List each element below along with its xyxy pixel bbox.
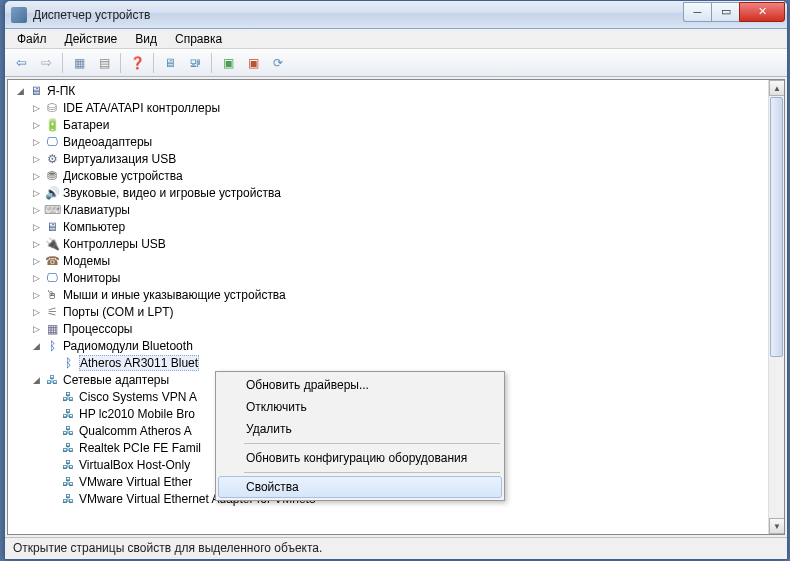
expand-icon[interactable]: ▷ — [30, 119, 42, 131]
help-button[interactable]: ❓ — [125, 51, 149, 75]
separator — [62, 53, 63, 73]
expand-icon[interactable]: ▷ — [30, 204, 42, 216]
tree-category[interactable]: ▷🖵Мониторы — [8, 269, 768, 286]
expand-icon[interactable]: ▷ — [30, 289, 42, 301]
expand-icon[interactable]: ▷ — [30, 323, 42, 335]
network-adapter-icon: 🖧 — [60, 423, 76, 439]
usb-icon: 🔌 — [44, 236, 60, 252]
scroll-down-button[interactable]: ▼ — [769, 518, 785, 534]
ctx-rescan[interactable]: Обновить конфигурацию оборудования — [218, 447, 502, 469]
status-text: Открытие страницы свойств для выделенног… — [13, 541, 322, 555]
sound-icon: 🔊 — [44, 185, 60, 201]
help-icon: ❓ — [130, 56, 145, 70]
ctx-delete[interactable]: Удалить — [218, 418, 502, 440]
expand-icon[interactable]: ▷ — [30, 221, 42, 233]
menu-help[interactable]: Справка — [167, 30, 230, 48]
window-title: Диспетчер устройств — [33, 8, 683, 22]
arrow-left-icon: ⇦ — [16, 55, 27, 70]
maximize-button[interactable]: ▭ — [711, 2, 739, 22]
menu-file[interactable]: Файл — [9, 30, 55, 48]
selected-device-label: Atheros AR3011 Bluet — [79, 355, 199, 371]
scan-hardware-button[interactable]: ⟳ — [266, 51, 290, 75]
properties-button[interactable]: ▤ — [92, 51, 116, 75]
expand-icon[interactable]: ▷ — [30, 153, 42, 165]
expand-icon[interactable]: ▷ — [30, 187, 42, 199]
usb-virt-icon: ⚙ — [44, 151, 60, 167]
separator — [211, 53, 212, 73]
modem-icon: ☎ — [44, 253, 60, 269]
root-label: Я-ПК — [47, 84, 75, 98]
toolbar: ⇦ ⇨ ▦ ▤ ❓ 🖥 🖳 ▣ ▣ ⟳ — [5, 49, 787, 77]
nav-forward-button[interactable]: ⇨ — [34, 51, 58, 75]
page-icon: ▤ — [99, 56, 110, 70]
separator — [244, 472, 500, 473]
keyboard-icon: ⌨ — [44, 202, 60, 218]
bluetooth-icon: ᛒ — [60, 355, 76, 371]
expand-icon[interactable]: ▷ — [30, 102, 42, 114]
device-disable-icon: ▣ — [248, 56, 259, 70]
action-button-3[interactable]: ▣ — [216, 51, 240, 75]
port-icon: ⚟ — [44, 304, 60, 320]
expand-icon[interactable]: ▷ — [30, 238, 42, 250]
bluetooth-icon: ᛒ — [44, 338, 60, 354]
expand-icon[interactable]: ▷ — [30, 255, 42, 267]
menubar: Файл Действие Вид Справка — [5, 29, 787, 49]
tree-category[interactable]: ▷🖱Мыши и иные указывающие устройства — [8, 286, 768, 303]
close-button[interactable]: ✕ — [739, 2, 785, 22]
tree-category[interactable]: ▷⚟Порты (COM и LPT) — [8, 303, 768, 320]
arrow-right-icon: ⇨ — [41, 55, 52, 70]
expand-icon[interactable]: ▷ — [30, 170, 42, 182]
scan-icon: ⟳ — [273, 56, 283, 70]
tree-category[interactable]: ▷🔌Контроллеры USB — [8, 235, 768, 252]
tree-root[interactable]: ◢ 🖥 Я-ПК — [8, 82, 768, 99]
network-adapter-icon: 🖧 — [60, 406, 76, 422]
scroll-thumb[interactable] — [770, 97, 783, 357]
ctx-properties[interactable]: Свойства — [218, 476, 502, 498]
ctx-update-drivers[interactable]: Обновить драйверы... — [218, 374, 502, 396]
tree-category[interactable]: ▷☎Модемы — [8, 252, 768, 269]
collapse-icon[interactable]: ◢ — [30, 374, 42, 386]
collapse-icon[interactable]: ◢ — [14, 85, 26, 97]
tree-category[interactable]: ▷⛁IDE ATA/ATAPI контроллеры — [8, 99, 768, 116]
display-adapter-icon: 🖵 — [44, 134, 60, 150]
network-adapter-icon: 🖧 — [60, 457, 76, 473]
tree-category[interactable]: ▷⌨Клавиатуры — [8, 201, 768, 218]
vertical-scrollbar[interactable]: ▲ ▼ — [768, 80, 784, 534]
action-button-1[interactable]: 🖥 — [158, 51, 182, 75]
computer-icon: 🖥 — [28, 83, 44, 99]
ctx-disable[interactable]: Отключить — [218, 396, 502, 418]
show-hide-tree-button[interactable]: ▦ — [67, 51, 91, 75]
network-adapter-icon: 🖧 — [60, 440, 76, 456]
minimize-button[interactable]: ─ — [683, 2, 711, 22]
titlebar[interactable]: Диспетчер устройств ─ ▭ ✕ — [5, 1, 787, 29]
statusbar: Открытие страницы свойств для выделенног… — [5, 537, 787, 559]
action-button-4[interactable]: ▣ — [241, 51, 265, 75]
nav-back-button[interactable]: ⇦ — [9, 51, 33, 75]
disk-icon: ⛃ — [44, 168, 60, 184]
tree-category[interactable]: ▷🔋Батареи — [8, 116, 768, 133]
tree-category-bluetooth[interactable]: ◢ᛒРадиомодули Bluetooth — [8, 337, 768, 354]
tree-category[interactable]: ▷🖵Видеоадаптеры — [8, 133, 768, 150]
menu-view[interactable]: Вид — [127, 30, 165, 48]
collapse-icon[interactable]: ◢ — [30, 340, 42, 352]
tree-device-selected[interactable]: ᛒAtheros AR3011 Bluet — [8, 354, 768, 371]
menu-action[interactable]: Действие — [57, 30, 126, 48]
tree-category[interactable]: ▷🔊Звуковые, видео и игровые устройства — [8, 184, 768, 201]
separator — [244, 443, 500, 444]
expand-icon[interactable]: ▷ — [30, 136, 42, 148]
expand-icon[interactable]: ▷ — [30, 272, 42, 284]
monitor-icon: 🖥 — [164, 56, 176, 70]
action-button-2[interactable]: 🖳 — [183, 51, 207, 75]
scroll-up-button[interactable]: ▲ — [769, 80, 785, 96]
tree-category[interactable]: ▷⚙Виртуализация USB — [8, 150, 768, 167]
network-icon: 🖧 — [44, 372, 60, 388]
network-adapter-icon: 🖧 — [60, 389, 76, 405]
tree-category[interactable]: ▷▦Процессоры — [8, 320, 768, 337]
expand-icon[interactable]: ▷ — [30, 306, 42, 318]
network-adapter-icon: 🖧 — [60, 474, 76, 490]
context-menu: Обновить драйверы... Отключить Удалить О… — [215, 371, 505, 501]
window-controls: ─ ▭ ✕ — [683, 2, 785, 22]
tree-category[interactable]: ▷⛃Дисковые устройства — [8, 167, 768, 184]
device-enable-icon: ▣ — [223, 56, 234, 70]
tree-category[interactable]: ▷🖥Компьютер — [8, 218, 768, 235]
